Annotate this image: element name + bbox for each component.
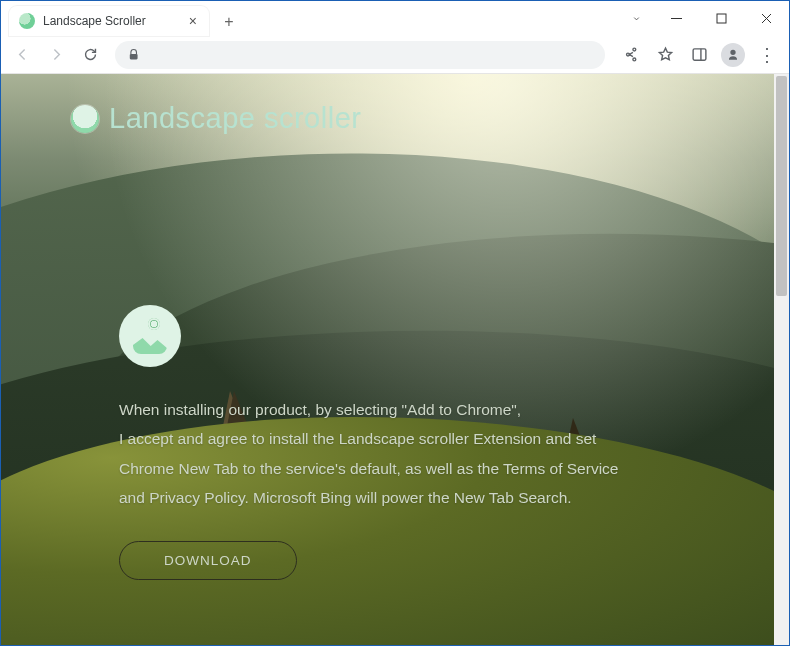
copy-line: I accept and agree to install the Landsc… [119, 424, 679, 453]
viewport: Landscape scroller When installing our p… [1, 74, 789, 645]
tab-title: Landscape Scroller [43, 14, 179, 28]
address-bar[interactable] [115, 41, 605, 69]
minimize-icon [671, 13, 682, 24]
close-tab-icon[interactable]: × [187, 13, 199, 29]
side-panel-button[interactable] [683, 39, 715, 71]
menu-button[interactable]: ⋮ [751, 39, 783, 71]
url-input[interactable] [148, 47, 593, 62]
svg-rect-2 [693, 49, 706, 60]
star-icon [657, 46, 674, 63]
toolbar: ⋮ [1, 36, 789, 74]
arrow-left-icon [14, 46, 31, 63]
install-copy: When installing our product, by selectin… [119, 395, 679, 513]
avatar-icon [721, 43, 745, 67]
brand-title: Landscape scroller [109, 102, 361, 135]
copy-line: and Privacy Policy. Microsoft Bing will … [119, 483, 679, 512]
panel-icon [691, 46, 708, 63]
chevron-down-icon [631, 13, 642, 24]
lock-icon [127, 48, 140, 62]
title-bar: Landscape Scroller × + [1, 1, 789, 36]
brand-logo-icon [71, 105, 99, 133]
copy-line: When installing our product, by selectin… [119, 395, 679, 424]
reload-icon [82, 46, 99, 63]
hero-logo-icon [119, 305, 181, 367]
share-icon [623, 46, 640, 63]
copy-line: Chrome New Tab to the service's default,… [119, 454, 679, 483]
maximize-icon [716, 13, 727, 24]
close-icon [761, 13, 772, 24]
browser-tab[interactable]: Landscape Scroller × [9, 6, 209, 36]
share-button[interactable] [615, 39, 647, 71]
tab-search-button[interactable] [618, 1, 654, 36]
brand: Landscape scroller [71, 102, 704, 135]
profile-button[interactable] [717, 39, 749, 71]
svg-rect-1 [130, 53, 138, 59]
maximize-button[interactable] [699, 1, 744, 36]
tab-favicon-icon [19, 13, 35, 29]
arrow-right-icon [48, 46, 65, 63]
close-window-button[interactable] [744, 1, 789, 36]
vertical-scrollbar[interactable] [774, 74, 789, 645]
window-controls [618, 1, 789, 36]
tab-strip: Landscape Scroller × + [1, 1, 243, 36]
download-button[interactable]: DOWNLOAD [119, 541, 297, 580]
minimize-button[interactable] [654, 1, 699, 36]
back-button[interactable] [7, 40, 37, 70]
reload-button[interactable] [75, 40, 105, 70]
bookmark-button[interactable] [649, 39, 681, 71]
svg-rect-0 [717, 14, 726, 23]
scrollbar-thumb[interactable] [776, 76, 787, 296]
page-content: Landscape scroller When installing our p… [1, 74, 774, 645]
new-tab-button[interactable]: + [215, 8, 243, 36]
toolbar-right-actions: ⋮ [615, 39, 783, 71]
forward-button[interactable] [41, 40, 71, 70]
